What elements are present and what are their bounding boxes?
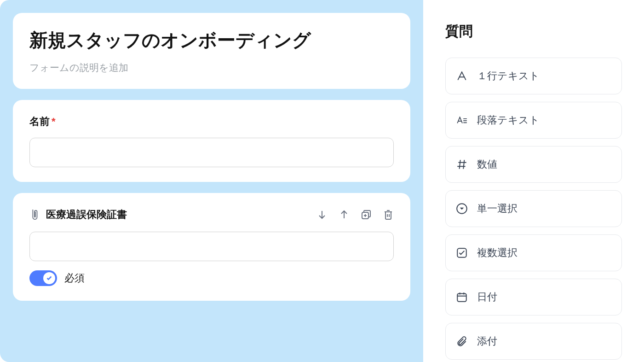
required-toggle-row: 必須 xyxy=(29,270,394,286)
name-input[interactable] xyxy=(29,138,394,167)
question-type-date[interactable]: 日付 xyxy=(445,279,622,315)
question-type-number[interactable]: 数値 xyxy=(445,146,622,183)
question-type-paragraph-text[interactable]: 段落テキスト xyxy=(445,102,622,139)
form-field-name[interactable]: 名前* xyxy=(13,100,410,182)
field-label-text: 名前 xyxy=(29,116,50,127)
attachment-icon xyxy=(29,208,40,221)
arrow-down-icon[interactable] xyxy=(316,209,328,220)
field-label: 名前* xyxy=(29,115,394,128)
delete-icon[interactable] xyxy=(383,209,394,220)
field-header-left: 医療過誤保険証書 xyxy=(29,208,127,222)
question-type-label: 添付 xyxy=(477,334,497,348)
check-icon xyxy=(46,275,52,281)
field-actions xyxy=(316,209,394,220)
field-label: 医療過誤保険証書 xyxy=(46,208,127,222)
form-description-placeholder[interactable]: フォームの説明を追加 xyxy=(29,61,394,74)
question-type-single-select[interactable]: 単一選択 xyxy=(445,190,622,227)
question-types-panel: 質問 １行テキスト 段落テキスト 数値 単一選択 複数選択 xyxy=(423,0,644,362)
question-type-label: 数値 xyxy=(477,158,497,171)
single-select-icon xyxy=(456,203,468,215)
attachment-icon xyxy=(456,335,468,347)
multi-select-icon xyxy=(456,247,468,259)
sidebar-title: 質問 xyxy=(445,22,622,41)
question-type-single-line-text[interactable]: １行テキスト xyxy=(445,58,622,94)
required-star-icon: * xyxy=(52,116,56,127)
question-type-label: 単一選択 xyxy=(477,202,518,216)
form-title[interactable]: 新規スタッフのオンボーディング xyxy=(29,28,394,53)
date-icon xyxy=(456,291,468,303)
form-field-attachment[interactable]: 医療過誤保険証書 xyxy=(13,193,410,301)
question-type-attachment[interactable]: 添付 xyxy=(445,323,622,360)
question-type-label: 複数選択 xyxy=(477,246,518,260)
form-canvas: 新規スタッフのオンボーディング フォームの説明を追加 名前* 医療過誤保険証書 xyxy=(0,0,423,362)
question-type-label: １行テキスト xyxy=(477,69,540,83)
number-icon xyxy=(456,158,468,170)
question-type-multi-select[interactable]: 複数選択 xyxy=(445,234,622,271)
form-header-card[interactable]: 新規スタッフのオンボーディング フォームの説明を追加 xyxy=(13,13,410,89)
attachment-input[interactable] xyxy=(29,232,394,261)
arrow-up-icon[interactable] xyxy=(339,209,350,220)
text-icon xyxy=(456,70,468,82)
question-type-label: 日付 xyxy=(477,290,497,304)
toggle-knob xyxy=(43,272,55,284)
required-toggle[interactable] xyxy=(29,270,57,286)
question-type-label: 段落テキスト xyxy=(477,113,540,127)
duplicate-icon[interactable] xyxy=(361,209,372,220)
paragraph-icon xyxy=(456,114,468,126)
required-toggle-label: 必須 xyxy=(64,271,85,285)
field-header: 医療過誤保険証書 xyxy=(29,208,394,222)
svg-rect-3 xyxy=(457,293,466,301)
